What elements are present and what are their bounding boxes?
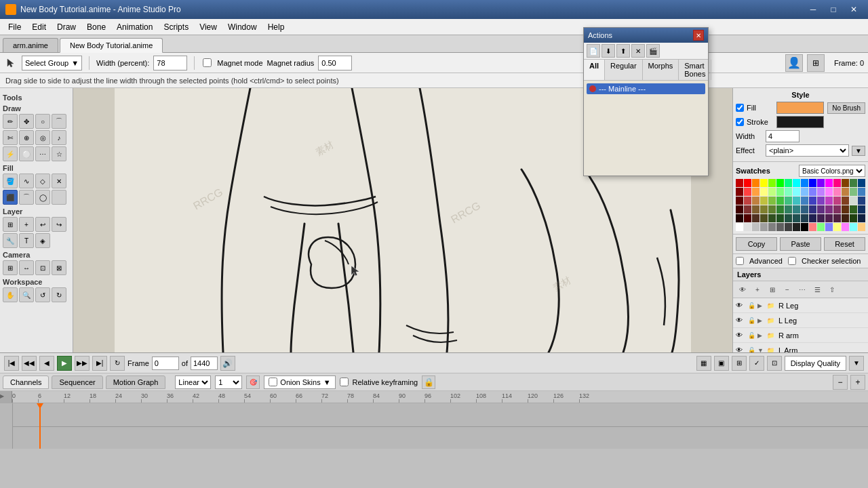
menu-view[interactable]: View [194, 21, 222, 33]
play-button[interactable]: ▶ [57, 356, 72, 371]
color-swatch[interactable] [858, 205, 865, 214]
interpolation-select[interactable]: Linear [175, 375, 211, 389]
camera-tool-1[interactable]: ⊞ [3, 260, 18, 275]
color-swatch[interactable] [842, 179, 849, 187]
color-swatch[interactable] [744, 214, 751, 222]
menu-edit[interactable]: Edit [26, 21, 52, 33]
layers-tool-7[interactable]: ⇧ [825, 283, 839, 296]
style-width-input[interactable] [766, 130, 800, 142]
actions-close-button[interactable]: ✕ [693, 30, 704, 41]
color-swatch[interactable] [760, 214, 768, 222]
color-swatch[interactable] [817, 179, 825, 187]
color-swatch[interactable] [825, 223, 833, 231]
fill-tool-5[interactable]: ⬛ [3, 190, 18, 205]
view-btn-3[interactable]: ⊞ [732, 356, 747, 371]
actions-tab-all[interactable]: All [584, 60, 605, 80]
layer-tool-2[interactable]: + [19, 217, 34, 232]
color-swatch[interactable] [768, 214, 776, 222]
magnet-mode-checkbox[interactable] [203, 58, 212, 67]
tab-motion-graph[interactable]: Motion Graph [106, 375, 166, 389]
color-swatch[interactable] [817, 223, 825, 231]
color-swatch[interactable] [776, 214, 784, 222]
layer-item[interactable]: 👁🔓▶📁R arm [733, 328, 868, 343]
layers-tool-3[interactable]: ⊞ [766, 283, 779, 296]
fill-tool-7[interactable]: ◯ [35, 190, 50, 205]
menu-scripts[interactable]: Scripts [158, 21, 194, 33]
color-swatch[interactable] [785, 205, 792, 214]
menu-draw[interactable]: Draw [52, 21, 81, 33]
camera-tool-4[interactable]: ⊠ [52, 260, 66, 275]
color-swatch[interactable] [793, 197, 800, 205]
color-swatch[interactable] [776, 205, 784, 214]
select-group-dropdown[interactable]: Select Group ▼ [22, 56, 82, 70]
copy-button[interactable]: Copy [736, 237, 777, 251]
relative-kf-checkbox[interactable] [340, 378, 349, 386]
go-start-button[interactable]: |◀ [4, 356, 19, 371]
color-swatch[interactable] [752, 205, 760, 214]
color-swatch[interactable] [801, 214, 808, 222]
color-swatch[interactable] [858, 214, 865, 222]
workspace-tool-1[interactable]: ✋ [3, 287, 18, 302]
view-btn-4[interactable]: ✓ [749, 356, 764, 371]
magnet-radius-input[interactable] [318, 56, 352, 70]
zoom-in-button[interactable]: + [850, 375, 865, 390]
actions-tab-morphs[interactable]: Morphs [643, 60, 679, 80]
tab-sequencer[interactable]: Sequencer [52, 375, 102, 389]
layer-tool-5[interactable]: 🔧 [3, 233, 18, 248]
no-brush-button[interactable]: No Brush [827, 102, 865, 114]
fill-color-swatch[interactable] [776, 102, 824, 114]
layer-item[interactable]: 👁🔓▶📁R Leg [733, 298, 868, 313]
color-swatch[interactable] [809, 188, 816, 196]
layer-expand-icon[interactable]: ▶ [757, 302, 766, 309]
color-swatch[interactable] [850, 205, 857, 214]
layer-tool-3[interactable]: ↩ [35, 217, 50, 232]
zoom-out-button[interactable]: − [833, 375, 848, 390]
lock-button[interactable]: 🔒 [422, 375, 435, 389]
color-swatch[interactable] [809, 223, 816, 231]
fill-tool-8[interactable] [52, 190, 66, 205]
draw-tool-11[interactable]: ⋯ [35, 146, 50, 161]
close-button[interactable]: ✕ [845, 3, 863, 16]
layer-item[interactable]: 👁🔓▼📁L Arm [733, 343, 868, 352]
actions-tool-1[interactable]: 📄 [587, 44, 600, 58]
color-swatch[interactable] [752, 197, 760, 205]
tab-channels[interactable]: Channels [3, 375, 49, 389]
stroke-checkbox[interactable] [736, 118, 744, 126]
color-swatch[interactable] [768, 197, 776, 205]
color-swatch[interactable] [825, 214, 833, 222]
quality-dropdown[interactable]: ▼ [849, 356, 864, 371]
color-swatch[interactable] [817, 205, 825, 214]
workspace-tool-2[interactable]: 🔍 [19, 287, 34, 302]
draw-tool-9[interactable]: ⚡ [3, 146, 18, 161]
color-swatch[interactable] [833, 197, 841, 205]
layer-tool-7[interactable]: ◈ [35, 233, 50, 248]
color-swatch[interactable] [858, 223, 865, 231]
color-swatch[interactable] [776, 179, 784, 187]
draw-tool-4[interactable]: ⌒ [52, 114, 66, 129]
color-swatch[interactable] [850, 197, 857, 205]
color-swatch[interactable] [744, 197, 751, 205]
layers-tool-6[interactable]: ☰ [810, 283, 824, 296]
color-swatch[interactable] [833, 223, 841, 231]
color-swatch[interactable] [809, 214, 816, 222]
color-swatch[interactable] [785, 214, 792, 222]
color-swatch[interactable] [858, 179, 865, 187]
layer-visibility-icon[interactable]: 👁 [736, 317, 747, 324]
onion-skin-checkbox[interactable] [269, 378, 277, 386]
color-swatch[interactable] [809, 197, 816, 205]
fill-checkbox[interactable] [736, 104, 744, 112]
camera-tool-3[interactable]: ⊡ [35, 260, 50, 275]
draw-tool-12[interactable]: ☆ [52, 146, 66, 161]
color-swatch[interactable] [752, 214, 760, 222]
color-swatch[interactable] [736, 188, 743, 196]
layer-visibility-icon[interactable]: 👁 [736, 346, 747, 352]
view-btn-2[interactable]: ▣ [714, 356, 729, 371]
actions-tab-smart[interactable]: Smart Bones [679, 60, 711, 80]
mainline-action[interactable]: --- Mainline --- [587, 83, 705, 94]
color-swatch[interactable] [744, 223, 751, 231]
advanced-checkbox[interactable] [736, 257, 744, 265]
layers-tool-4[interactable]: − [781, 283, 794, 296]
actions-tab-regular[interactable]: Regular [605, 60, 643, 80]
color-swatch[interactable] [793, 188, 800, 196]
layer-tool-1[interactable]: ⊞ [3, 217, 18, 232]
